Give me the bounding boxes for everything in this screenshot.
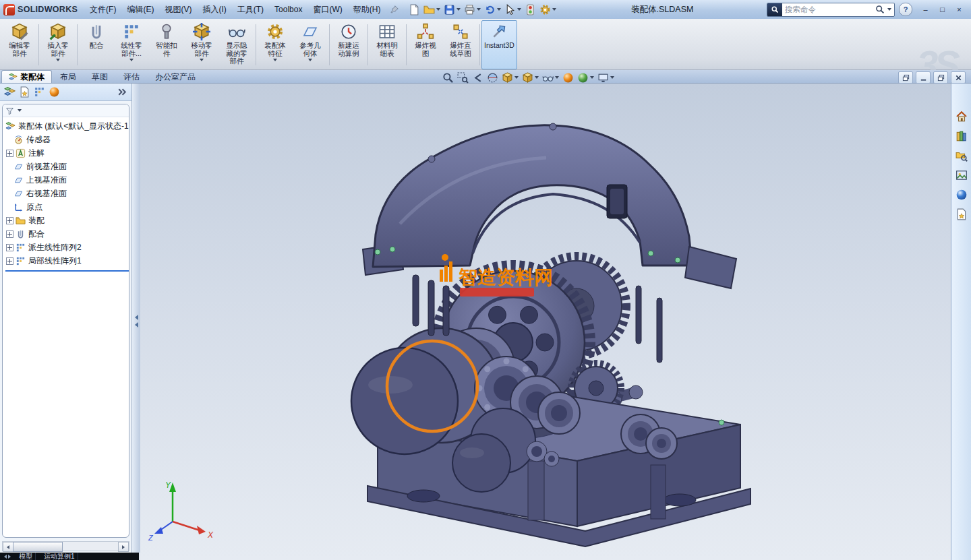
menu-help[interactable]: 帮助(H) bbox=[348, 1, 386, 19]
tree-item-origin[interactable]: 原点 bbox=[5, 200, 129, 214]
dropdown-arrow-icon[interactable] bbox=[56, 59, 60, 61]
doc-minimize-button[interactable] bbox=[916, 71, 931, 84]
expand-panel-chevron-icon[interactable] bbox=[116, 86, 127, 98]
menu-insert[interactable]: 插入(I) bbox=[197, 1, 231, 19]
maximize-button[interactable]: □ bbox=[935, 3, 950, 16]
scroll-right-arrow[interactable] bbox=[118, 542, 129, 552]
select-button[interactable] bbox=[503, 3, 523, 17]
tree-item-front-plane[interactable]: 前视基准面 bbox=[5, 160, 129, 173]
ribbon-show-hidden-components-button[interactable]: 显示隐 藏的零 部件 bbox=[219, 20, 254, 69]
ribbon-explode-line-sketch-button[interactable]: 爆炸直 线草图 bbox=[443, 20, 478, 69]
expand-toggle[interactable] bbox=[6, 150, 13, 157]
display-style-button[interactable] bbox=[521, 71, 539, 84]
tree-item-assembly-folder[interactable]: 装配 bbox=[5, 214, 129, 227]
undo-button[interactable] bbox=[483, 3, 502, 17]
menu-view[interactable]: 视图(V) bbox=[159, 1, 197, 19]
dropdown-arrow-icon[interactable] bbox=[610, 76, 614, 79]
dropdown-arrow-icon[interactable] bbox=[273, 59, 277, 61]
view-orientation-button[interactable] bbox=[501, 71, 519, 84]
propertymanager-tab-icon[interactable] bbox=[19, 86, 30, 98]
dropdown-arrow-icon[interactable] bbox=[200, 59, 204, 61]
options-button[interactable] bbox=[538, 3, 558, 17]
search-input[interactable] bbox=[782, 4, 874, 15]
dropdown-arrow-icon[interactable] bbox=[129, 59, 134, 61]
search-icon[interactable] bbox=[875, 5, 885, 14]
ribbon-insert-components-button[interactable]: 插入零 部件 bbox=[40, 20, 76, 69]
scroll-left-arrow[interactable] bbox=[3, 542, 13, 552]
panel-horizontal-scrollbar[interactable] bbox=[2, 541, 129, 551]
ribbon-bill-of-materials-button[interactable]: 材料明 细表 bbox=[370, 20, 405, 69]
top-cover[interactable] bbox=[363, 123, 736, 288]
tree-item-local-pattern[interactable]: 局部线性阵列1 bbox=[5, 254, 129, 268]
expand-toggle[interactable] bbox=[6, 217, 13, 224]
ribbon-exploded-view-button[interactable]: 爆炸视 图 bbox=[408, 20, 443, 69]
dropdown-arrow-icon[interactable] bbox=[517, 8, 521, 11]
ribbon-assembly-features-button[interactable]: 装配体 特征 bbox=[258, 20, 293, 69]
menu-tools[interactable]: 工具(T) bbox=[232, 1, 269, 19]
rollback-bar[interactable] bbox=[5, 270, 129, 272]
dropdown-arrow-icon[interactable] bbox=[308, 59, 312, 61]
ribbon-mate-button[interactable]: 配合 bbox=[79, 20, 114, 69]
dropdown-arrow-icon[interactable] bbox=[590, 76, 594, 79]
expand-toggle[interactable] bbox=[6, 230, 13, 238]
file-explorer-button[interactable] bbox=[953, 148, 970, 163]
ribbon-instant3d-button[interactable]: Instant3D bbox=[481, 20, 517, 69]
tab-model[interactable]: 模型 bbox=[16, 553, 36, 560]
tree-item-top-plane[interactable]: 上视基准面 bbox=[5, 173, 129, 187]
ribbon-smart-fasteners-button[interactable]: 智能扣 件 bbox=[149, 20, 184, 69]
menu-toolbox[interactable]: Toolbox bbox=[269, 1, 307, 19]
tab-sketch[interactable]: 草图 bbox=[84, 70, 115, 83]
doc-restore-button[interactable] bbox=[898, 71, 913, 84]
tree-item-mates[interactable]: 配合 bbox=[5, 227, 129, 241]
help-button[interactable]: ? bbox=[899, 3, 912, 16]
tree-item-sensors[interactable]: 传感器 bbox=[5, 133, 129, 146]
configurationmanager-tab-icon[interactable] bbox=[34, 86, 45, 98]
tab-office-products[interactable]: 办公室产品 bbox=[148, 70, 203, 83]
minimize-button[interactable]: – bbox=[918, 3, 933, 16]
graphics-area[interactable]: 智造资料网 Y X Z bbox=[140, 84, 951, 560]
design-library-button[interactable] bbox=[953, 129, 970, 144]
zoom-fit-button[interactable] bbox=[442, 71, 454, 84]
tab-evaluate[interactable]: 评估 bbox=[116, 70, 147, 83]
tree-root-assembly[interactable]: 装配体 (默认<默认_显示状态-1 bbox=[5, 119, 129, 133]
dropdown-arrow-icon[interactable] bbox=[18, 109, 22, 112]
tab-motion-study-1[interactable]: 运动算例1 bbox=[41, 553, 78, 560]
ribbon-reference-geometry-button[interactable]: 参考几 何体 bbox=[293, 20, 328, 69]
section-view-button[interactable] bbox=[486, 71, 499, 84]
doc-close-button[interactable] bbox=[951, 71, 966, 84]
expand-toggle[interactable] bbox=[6, 244, 13, 251]
custom-properties-button[interactable] bbox=[953, 207, 970, 222]
edit-appearance-button[interactable] bbox=[562, 71, 575, 84]
view-palette-button[interactable] bbox=[953, 168, 970, 183]
previous-view-button[interactable] bbox=[471, 71, 484, 84]
menu-edit[interactable]: 编辑(E) bbox=[121, 1, 159, 19]
solidworks-resources-button[interactable] bbox=[953, 109, 970, 124]
pin-menu-icon[interactable] bbox=[390, 5, 399, 14]
featuremanager-tab-icon[interactable] bbox=[4, 86, 16, 98]
new-document-button[interactable] bbox=[407, 3, 421, 17]
ribbon-linear-component-pattern-button[interactable]: 线性零 部件... bbox=[114, 20, 149, 69]
scrollbar-thumb[interactable] bbox=[13, 542, 63, 552]
splitter-collapse-handle[interactable] bbox=[134, 305, 139, 337]
open-document-button[interactable] bbox=[422, 3, 442, 17]
save-button[interactable] bbox=[442, 3, 462, 17]
dropdown-arrow-icon[interactable] bbox=[552, 8, 556, 11]
hide-show-items-button[interactable] bbox=[541, 71, 560, 84]
dropdown-arrow-icon[interactable] bbox=[887, 8, 891, 11]
filter-funnel-icon[interactable] bbox=[5, 106, 14, 115]
dropdown-arrow-icon[interactable] bbox=[514, 76, 519, 79]
ribbon-edit-component-button[interactable]: 编辑零 部件 bbox=[2, 20, 37, 69]
dropdown-arrow-icon[interactable] bbox=[555, 76, 559, 79]
dropdown-arrow-icon[interactable] bbox=[457, 8, 461, 11]
tab-assembly[interactable]: 装配体 bbox=[1, 70, 52, 83]
zoom-area-button[interactable] bbox=[457, 71, 469, 84]
dropdown-arrow-icon[interactable] bbox=[535, 76, 539, 79]
apply-scene-button[interactable] bbox=[577, 71, 595, 84]
tree-item-derived-pattern[interactable]: 派生线性阵列2 bbox=[5, 241, 129, 254]
displaymanager-tab-icon[interactable] bbox=[49, 86, 60, 98]
doc-tile-button[interactable] bbox=[933, 71, 948, 84]
expand-toggle[interactable] bbox=[6, 257, 13, 265]
print-button[interactable] bbox=[463, 3, 482, 17]
ribbon-move-component-button[interactable]: 移动零 部件 bbox=[184, 20, 219, 69]
ribbon-new-motion-study-button[interactable]: 新建运 动算例 bbox=[331, 20, 366, 69]
